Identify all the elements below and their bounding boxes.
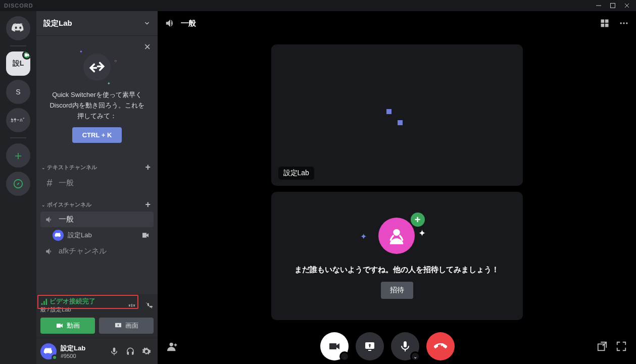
svg-point-11 bbox=[170, 343, 173, 346]
svg-rect-5 bbox=[601, 24, 605, 27]
window-close-icon[interactable] bbox=[620, 0, 634, 11]
empty-message: まだ誰もいないようですね。他の人を招待してみましょう！ bbox=[295, 265, 499, 275]
guild-name: 設定Lab bbox=[43, 19, 72, 28]
voice-channel-afk[interactable]: afkチャンネル bbox=[40, 243, 154, 259]
invite-tile: ✦ + ✦ まだ誰もいないようですね。他の人を招待してみましょう！ 招待 bbox=[271, 192, 523, 320]
rail-separator bbox=[10, 137, 26, 138]
call-channel-name: 一般 bbox=[181, 19, 196, 28]
voice-channel-general[interactable]: 一般 bbox=[40, 212, 154, 227]
rail-separator bbox=[10, 45, 26, 46]
window-minimize-icon[interactable] bbox=[592, 0, 606, 11]
screen-icon bbox=[114, 322, 122, 330]
popout-icon[interactable] bbox=[597, 341, 608, 352]
category-text[interactable]: ⌄ テキストチャンネル + bbox=[36, 155, 158, 174]
user-name: 設定Lab bbox=[61, 344, 105, 353]
voice-participant[interactable]: 設定Lab bbox=[36, 228, 158, 243]
svg-point-8 bbox=[623, 22, 624, 24]
add-channel-icon[interactable]: + bbox=[145, 162, 151, 173]
text-channel-general[interactable]: # 一般 bbox=[40, 174, 154, 192]
settings-icon[interactable] bbox=[139, 344, 154, 358]
noise-suppression-icon[interactable] bbox=[127, 301, 136, 310]
camera-icon bbox=[56, 322, 64, 330]
screen-share-button[interactable]: 画面 bbox=[99, 318, 154, 334]
svg-rect-6 bbox=[605, 24, 609, 27]
category-voice[interactable]: ⌄ ボイスチャンネル + bbox=[36, 192, 158, 211]
svg-rect-13 bbox=[368, 350, 371, 351]
user-tag: #9500 bbox=[61, 353, 105, 359]
speaker-icon bbox=[165, 18, 176, 29]
server-selected[interactable]: 設L bbox=[6, 51, 30, 76]
voice-status-panel: ビデオ接続完了 般 / 設定Lab 動画 画面 bbox=[36, 294, 158, 338]
svg-point-10 bbox=[393, 229, 400, 236]
status-dot-icon bbox=[52, 354, 58, 360]
close-icon[interactable]: × bbox=[144, 40, 151, 54]
signal-icon bbox=[40, 298, 47, 305]
headphones-icon[interactable] bbox=[123, 344, 137, 358]
invite-people-icon[interactable] bbox=[167, 341, 178, 352]
add-channel-icon[interactable]: + bbox=[145, 199, 151, 210]
video-tile-self[interactable]: 設定Lab bbox=[271, 44, 523, 186]
user-avatar[interactable] bbox=[40, 343, 57, 359]
home-button[interactable] bbox=[6, 16, 30, 40]
svg-point-9 bbox=[626, 22, 627, 24]
app-name: DISCORD bbox=[4, 3, 33, 9]
video-button[interactable]: 動画 bbox=[40, 318, 95, 334]
explore-button[interactable] bbox=[6, 172, 30, 196]
grid-view-icon[interactable] bbox=[600, 18, 610, 28]
window-maximize-icon[interactable] bbox=[606, 0, 620, 11]
camera-icon bbox=[141, 231, 150, 239]
add-server-button[interactable]: ＋ bbox=[6, 143, 30, 168]
guild-header[interactable]: 設定Lab bbox=[36, 11, 158, 35]
screen-share-toggle-button[interactable] bbox=[356, 332, 384, 360]
server-find[interactable]: ｶｻｰﾊﾞ bbox=[6, 108, 30, 132]
svg-rect-0 bbox=[611, 4, 615, 8]
invite-button[interactable]: 招待 bbox=[381, 282, 413, 299]
server-rail: 設L S ｶｻｰﾊﾞ ＋ bbox=[0, 11, 36, 364]
avatar-icon bbox=[53, 230, 64, 241]
call-header: 一般 bbox=[158, 11, 636, 35]
invite-graphic: ✦ + ✦ bbox=[369, 213, 425, 258]
quick-switcher-text: Quick Switcherを使って素早くDiscord内を動き回ろう。これを押… bbox=[46, 90, 148, 121]
speaker-icon bbox=[44, 215, 55, 224]
server-other[interactable]: S bbox=[6, 80, 30, 104]
more-icon[interactable] bbox=[619, 18, 629, 28]
user-panel: 設定Lab #9500 bbox=[36, 338, 158, 364]
voice-status-sub: 般 / 設定Lab bbox=[40, 306, 95, 314]
mic-icon[interactable] bbox=[107, 344, 121, 358]
tile-label: 設定Lab bbox=[278, 167, 314, 180]
quick-switcher-icon: ✦ ○ ✦ bbox=[79, 49, 115, 85]
hangup-button[interactable] bbox=[426, 332, 455, 360]
disconnect-icon[interactable] bbox=[144, 301, 154, 310]
chevron-down-icon bbox=[143, 20, 151, 27]
svg-point-7 bbox=[620, 22, 622, 24]
loading-icon bbox=[398, 120, 403, 125]
channel-sidebar: 設定Lab × ✦ ○ ✦ Quick Switcherを使って素早くDisco… bbox=[36, 11, 158, 364]
loading-icon bbox=[386, 109, 392, 114]
chevron-down-icon[interactable]: ⌄ bbox=[410, 351, 420, 361]
quick-switcher-card: × ✦ ○ ✦ Quick Switcherを使って素早くDiscord内を動き… bbox=[40, 39, 154, 151]
call-area: 一般 設定Lab ✦ + ✦ まだ誰もいないようですね。他の人を招待してみましょ… bbox=[158, 11, 636, 364]
quick-switcher-key[interactable]: CTRL + K bbox=[72, 127, 122, 143]
hash-icon: # bbox=[44, 177, 55, 189]
camera-toggle-button[interactable]: ⌄ bbox=[320, 332, 349, 360]
svg-rect-4 bbox=[605, 20, 609, 23]
svg-rect-3 bbox=[601, 20, 605, 23]
chevron-down-icon[interactable]: ⌄ bbox=[339, 351, 350, 361]
fullscreen-icon[interactable] bbox=[616, 341, 627, 352]
title-bar: DISCORD bbox=[0, 0, 636, 11]
call-footer: ⌄ ⌄ bbox=[158, 329, 636, 364]
speaker-icon bbox=[44, 247, 55, 256]
voice-status-label[interactable]: ビデオ接続完了 bbox=[40, 297, 95, 306]
mic-toggle-button[interactable]: ⌄ bbox=[391, 332, 419, 360]
video-badge-icon bbox=[22, 51, 30, 60]
